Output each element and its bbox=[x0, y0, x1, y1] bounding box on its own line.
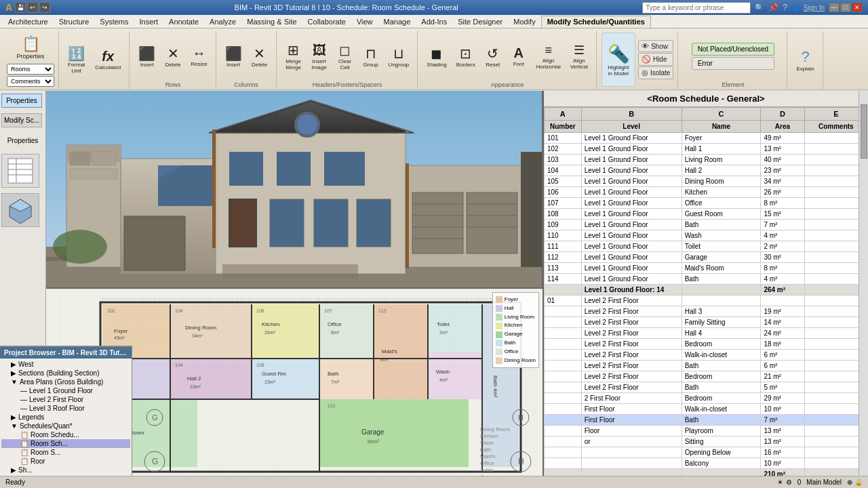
pb-item-room-sched-1[interactable]: 📋 Room Schedu... bbox=[1, 430, 130, 439]
pb-item-schedules[interactable]: ▼ Schedules/Quan* bbox=[1, 422, 130, 430]
calculated-btn[interactable]: fx Calculated bbox=[91, 46, 125, 73]
table-row[interactable]: Level 2 First Floor Bath 6 m² bbox=[545, 361, 868, 371]
menu-view[interactable]: View bbox=[351, 16, 378, 27]
align-vertical-btn[interactable]: ☰ AlignVertical bbox=[566, 40, 592, 73]
menu-architecture[interactable]: Architecture bbox=[3, 16, 54, 27]
menu-massing[interactable]: Massing & Site bbox=[241, 16, 302, 27]
table-row[interactable]: Level 1 Ground Floor: 14 264 m² bbox=[545, 285, 868, 296]
pb-item-l3[interactable]: — Level 3 Roof Floor bbox=[1, 404, 130, 413]
close-btn[interactable]: ✕ bbox=[852, 3, 863, 12]
menu-manage[interactable]: Manage bbox=[378, 16, 416, 27]
borders-btn[interactable]: ⊡ Borders bbox=[452, 43, 479, 70]
pb-item-area-plans[interactable]: ▼ Area Plans (Gross Building) bbox=[1, 378, 130, 386]
show-btn[interactable]: 👁 Show bbox=[638, 40, 673, 52]
settings-icon[interactable]: ⚙ bbox=[786, 479, 792, 486]
table-row[interactable]: 103 Level 1 Ground Floor Living Room 40 … bbox=[545, 155, 868, 165]
insert-image-btn[interactable]: 🖼 InsertImage bbox=[307, 40, 332, 73]
schedule-view-icon[interactable] bbox=[1, 154, 39, 188]
menu-insert[interactable]: Insert bbox=[134, 16, 164, 27]
pb-item-roor[interactable]: 📋 Roor bbox=[1, 457, 130, 466]
table-row[interactable]: 113 Level 1 Ground Floor Maid's Room 8 m… bbox=[545, 263, 868, 274]
font-btn[interactable]: A Font bbox=[507, 43, 531, 70]
not-placed-btn[interactable]: Not Placed/Unenclosed bbox=[692, 43, 775, 56]
pb-item-room-s[interactable]: 📋 Room S... bbox=[1, 448, 130, 457]
delete-row-btn[interactable]: ✕ Delete bbox=[161, 43, 185, 70]
isolate-btn[interactable]: ◎ Isolate bbox=[638, 66, 673, 79]
menu-collaborate[interactable]: Collaborate bbox=[302, 16, 351, 27]
menu-sitedesigner[interactable]: Site Designer bbox=[452, 16, 508, 27]
table-row[interactable]: 107 Level 1 Ground Floor Office 8 m² bbox=[545, 198, 868, 209]
redo-btn[interactable]: ↪ bbox=[39, 2, 50, 13]
pb-item-legends[interactable]: ▶ Legends bbox=[1, 413, 130, 422]
ribbon-search-input[interactable] bbox=[642, 2, 751, 14]
schedule-scrollbar[interactable] bbox=[859, 91, 868, 476]
table-row[interactable]: or Sitting 13 m² bbox=[545, 436, 868, 447]
help-icon[interactable]: ? bbox=[783, 3, 787, 12]
pb-item-l2[interactable]: — Level 2 First Floor bbox=[1, 395, 130, 404]
group-btn[interactable]: ⊓ Group bbox=[359, 43, 383, 70]
menu-systems[interactable]: Systems bbox=[94, 16, 134, 27]
menu-analyze[interactable]: Analyze bbox=[204, 16, 241, 27]
error-btn[interactable]: Error bbox=[692, 57, 775, 70]
modify-schedule-btn[interactable]: Modify Sc... bbox=[1, 113, 42, 127]
3d-view-icon[interactable] bbox=[1, 193, 39, 227]
pb-item-l1[interactable]: — Level 1 Ground Floor bbox=[1, 386, 130, 395]
tab-modify-schedule[interactable]: Modify Schedule/Quantities bbox=[541, 16, 651, 28]
table-row[interactable]: 101 Level 1 Ground Floor Foyer 49 m² bbox=[545, 133, 868, 144]
viewport-3d[interactable] bbox=[46, 91, 542, 287]
table-row[interactable]: 102 Level 1 Ground Floor Hall 1 13 m² bbox=[545, 144, 868, 155]
table-row[interactable]: 108 Level 1 Ground Floor Guest Room 15 m… bbox=[545, 209, 868, 220]
table-row[interactable]: 106 Level 1 Ground Floor Kitchen 26 m² bbox=[545, 187, 868, 198]
highlight-in-model-btn[interactable]: 🔦 Highlightin Model bbox=[601, 33, 635, 87]
menu-modify[interactable]: Modify bbox=[508, 16, 540, 27]
table-row[interactable]: 2 First Floor Bedroom 29 m² bbox=[545, 393, 868, 404]
table-row[interactable]: Level 2 First Floor Bedroom 18 m² bbox=[545, 339, 868, 350]
insert-row-btn[interactable]: ⬛ Insert bbox=[134, 43, 159, 70]
table-row[interactable]: 01 Level 2 First Floor bbox=[545, 296, 868, 306]
properties-large-btn[interactable]: 📋 Properties bbox=[12, 33, 48, 62]
table-row[interactable]: Floor Playroom 13 m² bbox=[545, 426, 868, 436]
reset-btn[interactable]: ↺ Reset bbox=[481, 43, 505, 70]
table-row[interactable]: Balcony 10 m² bbox=[545, 458, 868, 469]
scroll-thumb[interactable] bbox=[861, 104, 867, 159]
table-row[interactable]: 104 Level 1 Ground Floor Hall 2 23 m² bbox=[545, 165, 868, 176]
pb-item-west[interactable]: ▶ West bbox=[1, 360, 130, 369]
pb-item-sh[interactable]: ▶ Sh... bbox=[1, 466, 130, 474]
table-row[interactable]: 114 Level 1 Ground Floor Bath 4 m² bbox=[545, 274, 868, 285]
shading-btn[interactable]: ◼ Shading bbox=[422, 43, 450, 70]
explain-btn[interactable]: ? Explain bbox=[792, 45, 818, 75]
ungroup-btn[interactable]: ⊔ Ungroup bbox=[384, 43, 414, 70]
restore-btn[interactable]: □ bbox=[840, 3, 851, 12]
undo-btn[interactable]: ↩ bbox=[27, 2, 38, 13]
merge-btn[interactable]: ⊞ MergeMerge bbox=[281, 39, 306, 73]
comments-dropdown[interactable]: Comments bbox=[7, 76, 54, 87]
delete-col-btn[interactable]: ✕ Delete bbox=[248, 43, 272, 70]
hide-btn[interactable]: 🚫 Hide bbox=[638, 53, 673, 66]
table-row[interactable]: Level 2 First Floor Bath 5 m² bbox=[545, 382, 868, 393]
table-row[interactable]: 210 m² bbox=[545, 469, 868, 476]
table-row[interactable]: 112 Level 1 Ground Floor Garage 30 m² bbox=[545, 252, 868, 263]
table-row[interactable]: 110 Level 1 Ground Floor Wash 4 m² bbox=[545, 230, 868, 241]
menu-structure[interactable]: Structure bbox=[54, 16, 95, 27]
insert-col-btn[interactable]: ⬛ Insert bbox=[221, 43, 246, 70]
menu-addins[interactable]: Add-Ins bbox=[416, 16, 452, 27]
table-row[interactable]: First Floor Walk-in-closet 10 m² bbox=[545, 404, 868, 415]
quick-access-btn[interactable]: 💾 bbox=[15, 2, 26, 13]
table-row[interactable]: 105 Level 1 Ground Floor Dining Room 34 … bbox=[545, 176, 868, 187]
table-row[interactable]: Level 2 First Floor Hall 3 19 m² bbox=[545, 306, 868, 317]
format-unit-btn[interactable]: 🔢 FormatUnit bbox=[64, 43, 89, 77]
pb-item-sections[interactable]: ▶ Sections (Building Section) bbox=[1, 369, 130, 378]
table-row[interactable]: Level 2 First Floor Walk-in-closet 6 m² bbox=[545, 350, 868, 361]
table-row[interactable]: Opening Below 16 m² bbox=[545, 447, 868, 458]
pb-item-room-sch-selected[interactable]: 📋 Room Sch... bbox=[1, 439, 130, 448]
properties-btn[interactable]: Properties bbox=[1, 94, 42, 108]
align-horizontal-btn[interactable]: ≡ AlignHorizontal bbox=[532, 41, 565, 73]
table-row[interactable]: First Floor Bath 7 m² bbox=[545, 415, 868, 426]
table-row[interactable]: Level 2 First Floor Bedroom 21 m² bbox=[545, 371, 868, 382]
table-row[interactable]: Level 2 First Floor Hall 4 24 m² bbox=[545, 328, 868, 339]
resize-btn[interactable]: ↔ Resize bbox=[186, 43, 211, 70]
table-row[interactable]: Level 2 First Floor Family Sitting 14 m² bbox=[545, 317, 868, 328]
clear-cell-btn[interactable]: ◻ ClearCell bbox=[333, 39, 357, 73]
minimize-btn[interactable]: — bbox=[829, 3, 840, 12]
menu-annotate[interactable]: Annotate bbox=[163, 16, 204, 27]
